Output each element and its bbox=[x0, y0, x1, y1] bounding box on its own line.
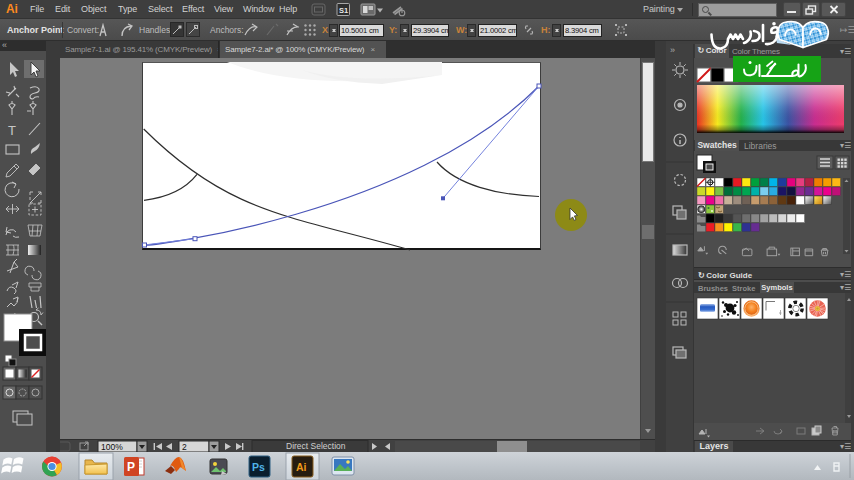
svg-text:Direct Selection: Direct Selection bbox=[286, 441, 346, 451]
svg-text:Ps: Ps bbox=[252, 461, 265, 473]
svg-text:S1: S1 bbox=[339, 6, 348, 15]
svg-text:T: T bbox=[8, 123, 16, 138]
svg-text:Ai: Ai bbox=[296, 461, 307, 473]
svg-text:100%: 100% bbox=[101, 442, 123, 452]
svg-text:P: P bbox=[127, 460, 135, 474]
svg-text:2: 2 bbox=[182, 442, 187, 452]
